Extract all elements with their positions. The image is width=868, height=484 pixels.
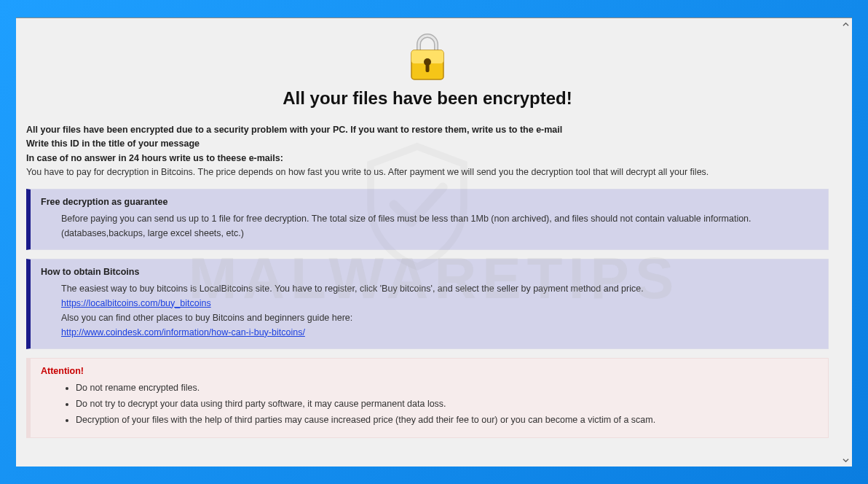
hero: All your files have been encrypted! (16, 18, 839, 123)
attention-title: Attention! (41, 366, 818, 376)
scroll-up-icon[interactable] (840, 18, 852, 31)
ransom-note-window: MALWARETIPS All your files have been enc… (16, 17, 852, 467)
vertical-scrollbar[interactable] (840, 18, 852, 467)
guarantee-panel: Free decryption as guarantee Before payi… (26, 189, 829, 250)
intro-line-1: All your files have been encrypted due t… (26, 123, 829, 137)
intro-line-3: In case of no answer in 24 hours write u… (26, 152, 829, 165)
intro-text: All your files have been encrypted due t… (16, 123, 839, 180)
intro-line-4: You have to pay for decryption in Bitcoi… (26, 167, 709, 177)
attention-panel: Attention! Do not rename encrypted files… (26, 358, 829, 438)
intro-line-2: Write this ID in the title of your messa… (26, 137, 829, 151)
content-area: All your files have been encrypted! All … (16, 18, 852, 467)
coindesk-link[interactable]: http://www.coindesk.com/information/how-… (61, 327, 305, 337)
bitcoins-line-1: The easiest way to buy bitcoins is Local… (61, 281, 818, 296)
attention-item: Do not try to decrypt your data using th… (76, 397, 818, 411)
page-title: All your files have been encrypted! (16, 88, 839, 109)
attention-item: Do not rename encrypted files. (76, 380, 818, 395)
svg-rect-3 (426, 63, 430, 72)
guarantee-body: Before paying you can send us up to 1 fi… (41, 211, 818, 241)
bitcoins-title: How to obtain Bitcoins (41, 267, 818, 277)
attention-item: Decryption of your files with the help o… (76, 413, 818, 427)
scroll-down-icon[interactable] (840, 454, 852, 467)
bitcoins-panel: How to obtain Bitcoins The easiest way t… (26, 259, 829, 349)
bitcoins-line-2: Also you can find other places to buy Bi… (61, 311, 818, 325)
guarantee-title: Free decryption as guarantee (41, 197, 818, 207)
padlock-icon (404, 30, 451, 82)
localbitcoins-link[interactable]: https://localbitcoins.com/buy_bitcoins (61, 298, 211, 308)
